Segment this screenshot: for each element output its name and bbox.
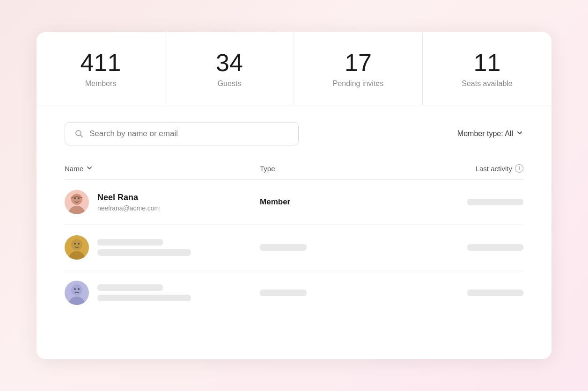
type-skeleton-wrap xyxy=(260,290,377,296)
stats-row: 411 Members 34 Guests 17 Pending invites… xyxy=(37,32,551,105)
sort-icon xyxy=(86,165,93,172)
table-row xyxy=(65,225,523,270)
member-type: Member xyxy=(260,197,377,207)
members-table: Name Type Last activity i xyxy=(37,159,551,315)
svg-point-10 xyxy=(68,297,85,305)
member-name: Neel Rana xyxy=(97,193,160,203)
activity-skeleton xyxy=(467,199,523,205)
members-count: 411 xyxy=(81,51,121,75)
guests-label: Guests xyxy=(218,80,242,88)
svg-line-1 xyxy=(81,135,83,138)
last-activity-cell xyxy=(377,199,523,205)
type-skeleton-wrap xyxy=(260,244,377,251)
table-header: Name Type Last activity i xyxy=(65,159,523,180)
last-activity-cell xyxy=(377,290,523,296)
col-type-header: Type xyxy=(260,165,377,173)
table-row xyxy=(65,270,523,315)
main-card: 411 Members 34 Guests 17 Pending invites… xyxy=(37,32,551,359)
member-info xyxy=(65,235,260,260)
svg-point-6 xyxy=(68,251,85,260)
members-label: Members xyxy=(85,80,117,88)
email-skeleton xyxy=(97,295,191,301)
avatar xyxy=(65,190,89,214)
member-type-filter[interactable]: Member type: All xyxy=(457,129,523,138)
svg-point-7 xyxy=(71,239,82,250)
search-input[interactable] xyxy=(89,129,289,138)
col-name-header[interactable]: Name xyxy=(65,165,260,173)
svg-point-3 xyxy=(71,194,82,205)
svg-point-13 xyxy=(78,288,80,290)
stat-guests: 34 Guests xyxy=(165,32,294,105)
name-skeleton xyxy=(97,284,163,291)
svg-point-5 xyxy=(78,197,80,199)
activity-skeleton xyxy=(467,244,523,251)
seats-count: 11 xyxy=(474,51,501,75)
pending-label: Pending invites xyxy=(333,80,384,88)
stat-members: 411 Members xyxy=(37,32,165,105)
pending-count: 17 xyxy=(345,51,372,75)
search-filter-row: Member type: All xyxy=(37,105,551,159)
member-details-skeleton xyxy=(97,284,191,301)
stat-seats: 11 Seats available xyxy=(423,32,551,105)
stat-pending: 17 Pending invites xyxy=(294,32,423,105)
svg-point-2 xyxy=(68,206,85,214)
member-details: Neel Rana neelrana@acme.com xyxy=(97,193,160,212)
member-details-skeleton xyxy=(97,239,191,256)
member-email: neelrana@acme.com xyxy=(97,204,160,212)
seats-label: Seats available xyxy=(462,80,513,88)
member-info xyxy=(65,281,260,305)
type-skeleton xyxy=(260,244,307,251)
col-activity-header: Last activity i xyxy=(377,164,523,173)
svg-point-8 xyxy=(74,243,76,245)
chevron-down-icon xyxy=(516,129,523,138)
member-type-label: Member type: All xyxy=(457,130,513,138)
activity-skeleton xyxy=(467,290,523,296)
svg-point-11 xyxy=(71,284,82,296)
avatar xyxy=(65,235,89,260)
type-skeleton xyxy=(260,290,307,296)
svg-point-9 xyxy=(78,243,80,245)
email-skeleton xyxy=(97,249,191,256)
name-skeleton xyxy=(97,239,163,246)
last-activity-cell xyxy=(377,244,523,251)
search-box[interactable] xyxy=(65,122,299,145)
svg-point-4 xyxy=(74,197,76,199)
table-row: Neel Rana neelrana@acme.com Member xyxy=(65,180,523,225)
search-icon xyxy=(74,129,84,138)
info-icon[interactable]: i xyxy=(515,164,523,173)
svg-point-12 xyxy=(74,288,76,290)
guests-count: 34 xyxy=(216,51,243,75)
member-info: Neel Rana neelrana@acme.com xyxy=(65,190,260,214)
avatar xyxy=(65,281,89,305)
